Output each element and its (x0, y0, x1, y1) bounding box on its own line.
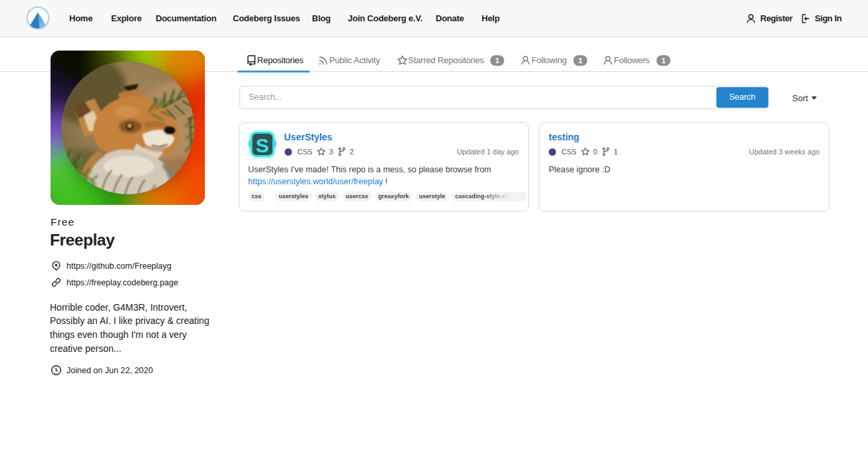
svg-text:S: S (255, 134, 269, 156)
